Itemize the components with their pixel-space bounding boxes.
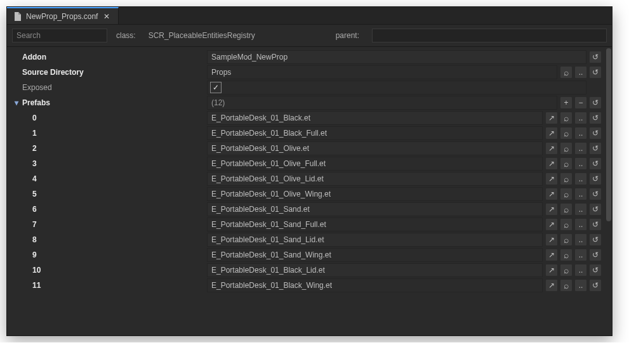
prefab-row: 7E_PortableDesk_01_Sand_Full.et↗⌕..↺ [7, 217, 606, 232]
plus-icon[interactable]: + [560, 96, 573, 109]
browse-icon[interactable]: .. [574, 112, 587, 124]
minus-icon[interactable]: − [574, 96, 587, 109]
reset-icon[interactable]: ↺ [589, 203, 602, 216]
row-addon: Addon SampleMod_NewProp ↺ [7, 49, 606, 65]
reset-icon[interactable]: ↺ [589, 264, 602, 276]
value-addon[interactable]: SampleMod_NewProp [207, 50, 586, 64]
open-icon[interactable]: ↗ [545, 157, 558, 170]
reset-icon[interactable]: ↺ [589, 233, 602, 246]
reset-icon[interactable]: ↺ [589, 249, 602, 261]
reset-icon[interactable]: ↺ [589, 188, 602, 200]
search-icon[interactable]: ⌕ [560, 249, 573, 261]
open-icon[interactable]: ↗ [545, 127, 558, 140]
open-icon[interactable]: ↗ [545, 142, 558, 155]
class-label: class: [116, 31, 136, 40]
editor-window: NewProp_Props.conf ✕ class: SCR_Placeabl… [6, 6, 612, 336]
search-icon[interactable]: ⌕ [560, 188, 573, 200]
search-icon[interactable]: ⌕ [560, 279, 573, 292]
prefab-index: 10 [7, 266, 207, 275]
browse-icon[interactable]: .. [574, 188, 587, 200]
prefab-value[interactable]: E_PortableDesk_01_Olive_Wing.et [207, 187, 543, 201]
open-icon[interactable]: ↗ [545, 203, 558, 216]
value-source-dir[interactable]: Props [207, 65, 557, 79]
prefab-value[interactable]: E_PortableDesk_01_Black.et [207, 111, 543, 125]
search-icon[interactable]: ⌕ [560, 127, 573, 140]
parent-input[interactable] [372, 29, 607, 42]
browse-icon[interactable]: .. [574, 157, 587, 170]
search-icon[interactable]: ⌕ [560, 66, 573, 79]
search-icon[interactable]: ⌕ [560, 157, 573, 170]
toolbar: class: SCR_PlaceableEntitiesRegistry par… [7, 25, 612, 47]
open-icon[interactable]: ↗ [545, 279, 558, 292]
scrollbar-thumb[interactable] [606, 48, 611, 221]
search-icon[interactable]: ⌕ [560, 218, 573, 231]
search-icon[interactable]: ⌕ [560, 172, 573, 185]
label-prefabs[interactable]: ▾ Prefabs [7, 98, 207, 107]
reset-icon[interactable]: ↺ [589, 218, 602, 231]
chevron-down-icon[interactable]: ▾ [13, 100, 20, 106]
browse-icon[interactable]: .. [574, 279, 587, 292]
reset-icon[interactable]: ↺ [589, 142, 602, 155]
prefab-value[interactable]: E_PortableDesk_01_Black_Full.et [207, 126, 543, 140]
exposed-checkbox[interactable]: ✓ [210, 82, 222, 93]
browse-icon[interactable]: .. [574, 142, 587, 155]
search-icon[interactable]: ⌕ [560, 142, 573, 155]
prefab-row: 9E_PortableDesk_01_Sand_Wing.et↗⌕..↺ [7, 247, 606, 263]
browse-icon[interactable]: .. [574, 66, 587, 79]
reset-icon[interactable]: ↺ [589, 279, 602, 292]
prefab-value[interactable]: E_PortableDesk_01_Sand.et [207, 202, 543, 216]
prefab-value[interactable]: E_PortableDesk_01_Black_Lid.et [207, 263, 543, 277]
browse-icon[interactable]: .. [574, 249, 587, 261]
file-icon [13, 12, 22, 21]
prefab-row: 8E_PortableDesk_01_Sand_Lid.et↗⌕..↺ [7, 232, 606, 247]
prefab-row: 4E_PortableDesk_01_Olive_Lid.et↗⌕..↺ [7, 171, 606, 186]
open-icon[interactable]: ↗ [545, 233, 558, 246]
reset-icon[interactable]: ↺ [589, 127, 602, 140]
browse-icon[interactable]: .. [574, 127, 587, 140]
prefab-value[interactable]: E_PortableDesk_01_Sand_Wing.et [207, 248, 543, 262]
tab-newprop[interactable]: NewProp_Props.conf ✕ [7, 7, 119, 24]
search-icon[interactable]: ⌕ [560, 203, 573, 216]
browse-icon[interactable]: .. [574, 203, 587, 216]
search-input[interactable] [12, 29, 107, 42]
prefab-value[interactable]: E_PortableDesk_01_Olive.et [207, 141, 543, 155]
open-icon[interactable]: ↗ [545, 218, 558, 231]
reset-icon[interactable]: ↺ [589, 157, 602, 170]
search-icon[interactable]: ⌕ [560, 112, 573, 124]
open-icon[interactable]: ↗ [545, 172, 558, 185]
prefab-row: 1E_PortableDesk_01_Black_Full.et↗⌕..↺ [7, 126, 606, 141]
prefab-index: 2 [7, 144, 207, 153]
prefab-list: 0E_PortableDesk_01_Black.et↗⌕..↺1E_Porta… [7, 110, 606, 293]
browse-icon[interactable]: .. [574, 172, 587, 185]
prefabs-count: (12) [207, 96, 557, 110]
browse-icon[interactable]: .. [574, 264, 587, 276]
reset-icon[interactable]: ↺ [589, 66, 602, 79]
browse-icon[interactable]: .. [574, 233, 587, 246]
prefab-index: 11 [7, 281, 207, 290]
prefab-value[interactable]: E_PortableDesk_01_Sand_Full.et [207, 218, 543, 231]
open-icon[interactable]: ↗ [545, 249, 558, 261]
search-icon[interactable]: ⌕ [560, 264, 573, 276]
prefab-value[interactable]: E_PortableDesk_01_Olive_Lid.et [207, 172, 543, 186]
browse-icon[interactable]: .. [574, 218, 587, 231]
search-icon[interactable]: ⌕ [560, 233, 573, 246]
row-source-dir: Source Directory Props ⌕ .. ↺ [7, 65, 606, 80]
open-icon[interactable]: ↗ [545, 188, 558, 200]
prefab-row: 0E_PortableDesk_01_Black.et↗⌕..↺ [7, 110, 606, 126]
reset-icon[interactable]: ↺ [589, 112, 602, 124]
prefab-index: 1 [7, 129, 207, 138]
open-icon[interactable]: ↗ [545, 264, 558, 276]
open-icon[interactable]: ↗ [545, 112, 558, 124]
scrollbar[interactable] [606, 47, 612, 335]
reset-icon[interactable]: ↺ [589, 51, 602, 63]
prefab-index: 3 [7, 159, 207, 168]
close-icon[interactable]: ✕ [102, 11, 112, 22]
content-area: Addon SampleMod_NewProp ↺ Source Directo… [7, 47, 612, 335]
class-value: SCR_PlaceableEntitiesRegistry [149, 31, 255, 40]
reset-icon[interactable]: ↺ [589, 172, 602, 185]
reset-icon[interactable]: ↺ [589, 96, 602, 109]
prefab-index: 0 [7, 114, 207, 122]
prefab-value[interactable]: E_PortableDesk_01_Sand_Lid.et [207, 233, 543, 247]
prefab-value[interactable]: E_PortableDesk_01_Olive_Full.et [207, 157, 543, 171]
prefab-value[interactable]: E_PortableDesk_01_Black_Wing.et [207, 278, 543, 292]
